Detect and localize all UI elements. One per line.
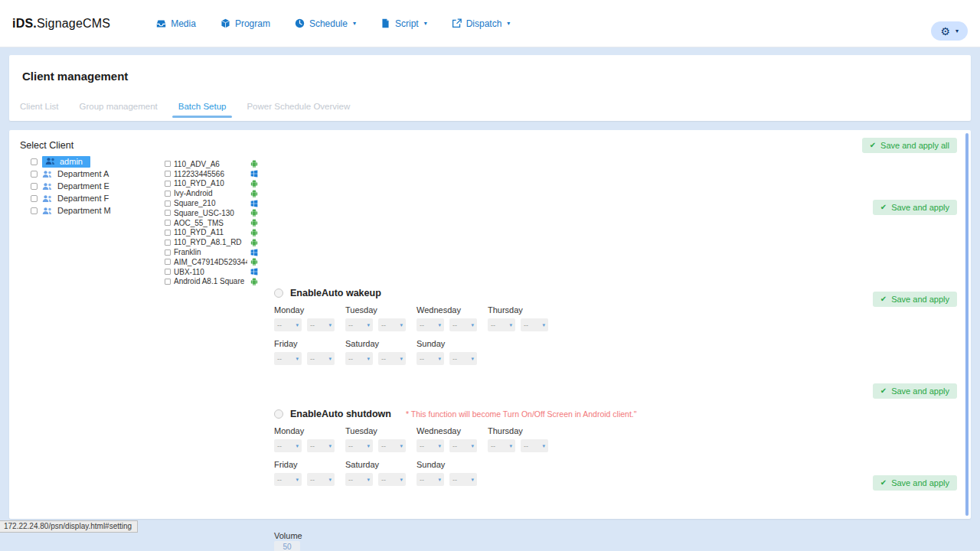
tree-item-checkbox[interactable] xyxy=(31,207,38,214)
windows-icon xyxy=(250,249,258,256)
save-and-apply-all-button[interactable]: ✔Save and apply all xyxy=(862,138,957,153)
client-checkbox[interactable] xyxy=(165,210,171,216)
tree-item-checkbox[interactable] xyxy=(31,171,38,178)
nav-item-schedule[interactable]: Schedule ▾ xyxy=(295,18,356,29)
shutdown-saturday-hour-select[interactable]: -- ▾ xyxy=(345,473,373,486)
external-link-icon xyxy=(452,18,462,28)
client-row-110-adv-a6[interactable]: 110_ADV_A6 xyxy=(165,159,258,169)
client-row-110-ryd-a8-1-rd[interactable]: 110_RYD_A8.1_RD xyxy=(165,237,258,247)
tree-item-department-e[interactable]: Department E xyxy=(31,181,111,191)
client-checkbox[interactable] xyxy=(165,259,171,265)
chevron-down-icon: ▾ xyxy=(400,477,403,483)
tree-item-department-m[interactable]: Department M xyxy=(31,206,111,215)
shutdown-thursday-hour-select[interactable]: -- ▾ xyxy=(488,439,515,452)
shutdown-sunday-hour-select[interactable]: -- ▾ xyxy=(416,473,444,486)
chevron-down-icon: ▾ xyxy=(956,28,959,34)
check-icon: ✔ xyxy=(880,204,887,211)
client-row-110-ryd-a10[interactable]: 110_RYD_A10 xyxy=(165,179,258,189)
client-row-square-210[interactable]: Square_210 xyxy=(165,198,258,208)
client-row-112233445566[interactable]: 112233445566 xyxy=(165,169,258,179)
wakeup-tuesday-minute-select[interactable]: -- ▾ xyxy=(378,318,406,331)
wakeup-saturday-hour-select[interactable]: -- ▾ xyxy=(345,352,373,365)
client-row-aim-c47914d52934412a[interactable]: AIM_C47914D52934412A xyxy=(165,257,258,267)
shutdown-monday-minute-select[interactable]: -- ▾ xyxy=(307,439,335,452)
wakeup-friday-hour-select[interactable]: -- ▾ xyxy=(274,352,302,365)
users-icon xyxy=(45,157,56,165)
wakeup-sunday-hour-select[interactable]: -- ▾ xyxy=(416,352,444,365)
wakeup-friday-minute-select[interactable]: -- ▾ xyxy=(307,352,335,365)
wakeup-thursday-minute-select[interactable]: -- ▾ xyxy=(521,318,548,331)
wakeup-monday-hour-select[interactable]: -- ▾ xyxy=(274,318,302,331)
tab-group-management[interactable]: Group management xyxy=(80,102,158,121)
chevron-down-icon: ▾ xyxy=(509,443,512,449)
client-checkbox[interactable] xyxy=(165,279,171,285)
shutdown-monday-hour-select[interactable]: -- ▾ xyxy=(274,439,302,452)
client-checkbox[interactable] xyxy=(165,171,171,177)
save-and-apply-button-3[interactable]: ✔Save and apply xyxy=(873,383,957,399)
vertical-scrollbar[interactable] xyxy=(965,133,969,516)
tree-item-checkbox[interactable] xyxy=(31,183,38,190)
auto-shutdown-toggle[interactable] xyxy=(274,409,283,419)
save-and-apply-button-4[interactable]: ✔Save and apply xyxy=(873,475,957,491)
batch-setup-panel: Select Client admin Department A Departm… xyxy=(9,130,971,519)
client-checkbox[interactable] xyxy=(165,230,171,236)
tree-item-department-f[interactable]: Department F xyxy=(31,194,111,203)
client-row-aoc-55-tms[interactable]: AOC_55_TMS xyxy=(165,218,258,228)
tab-client-list[interactable]: Client List xyxy=(20,102,59,121)
chevron-down-icon: ▾ xyxy=(400,356,403,362)
shutdown-thursday-minute-select[interactable]: -- ▾ xyxy=(521,439,548,452)
shutdown-saturday-minute-select[interactable]: -- ▾ xyxy=(378,473,406,486)
shutdown-friday-minute-select[interactable]: -- ▾ xyxy=(307,473,335,486)
client-checkbox[interactable] xyxy=(165,240,171,246)
wakeup-wednesday-hour-select[interactable]: -- ▾ xyxy=(416,318,444,331)
nav-item-media[interactable]: Media xyxy=(156,18,196,29)
client-checkbox[interactable] xyxy=(165,181,171,187)
tab-power-schedule-overview[interactable]: Power Schedule Overview xyxy=(247,102,350,121)
nav-item-script[interactable]: Script ▾ xyxy=(381,18,427,29)
shutdown-sunday-minute-select[interactable]: -- ▾ xyxy=(449,473,477,486)
shutdown-tuesday-minute-select[interactable]: -- ▾ xyxy=(378,439,406,452)
shutdown-wednesday-minute-select[interactable]: -- ▾ xyxy=(449,439,477,452)
shutdown-friday-hour-select[interactable]: -- ▾ xyxy=(274,473,302,486)
wakeup-day-grid: Monday -- ▾ -- ▾ Tuesday -- ▾ -- ▾ xyxy=(274,305,559,365)
client-checkbox[interactable] xyxy=(165,201,171,207)
auto-wakeup-toggle[interactable] xyxy=(274,289,283,298)
wakeup-wednesday-minute-select[interactable]: -- ▾ xyxy=(449,318,477,331)
day-label: Monday xyxy=(274,426,345,435)
client-row-square-usc-130[interactable]: Square_USC-130 xyxy=(165,208,258,218)
day-label: Sunday xyxy=(416,460,488,469)
client-row-ivy-android[interactable]: Ivy-Android xyxy=(165,188,258,198)
client-checkbox[interactable] xyxy=(165,161,171,167)
save-and-apply-button-1[interactable]: ✔Save and apply xyxy=(873,200,957,215)
wakeup-sunday-minute-select[interactable]: -- ▾ xyxy=(449,352,477,365)
client-row-110-ryd-a11[interactable]: 110_RYD_A11 xyxy=(165,228,258,238)
selected-highlight[interactable]: admin xyxy=(42,156,90,168)
check-icon: ✔ xyxy=(880,387,887,395)
save-and-apply-button-2[interactable]: ✔Save and apply xyxy=(873,292,957,307)
tree-item-admin[interactable]: admin xyxy=(31,157,111,166)
shutdown-tuesday-hour-select[interactable]: -- ▾ xyxy=(345,439,373,452)
nav-item-dispatch[interactable]: Dispatch ▾ xyxy=(452,18,511,29)
auto-wakeup-label: EnableAuto wakeup xyxy=(290,288,381,298)
wakeup-monday-minute-select[interactable]: -- ▾ xyxy=(307,318,335,331)
client-row-ubx-110[interactable]: UBX-110 xyxy=(165,267,258,277)
client-checkbox[interactable] xyxy=(165,191,171,197)
tab-batch-setup[interactable]: Batch Setup xyxy=(178,102,227,121)
client-row-android-a8-1-square[interactable]: Android A8.1 Square xyxy=(165,277,258,287)
settings-menu-button[interactable]: ⚙ ▾ xyxy=(931,21,968,41)
tree-item-checkbox[interactable] xyxy=(31,158,38,165)
client-checkbox[interactable] xyxy=(165,249,171,256)
client-row-franklin[interactable]: Franklin xyxy=(165,247,258,257)
chevron-down-icon: ▾ xyxy=(542,322,545,328)
wakeup-tuesday-hour-select[interactable]: -- ▾ xyxy=(345,318,373,331)
client-checkbox[interactable] xyxy=(165,220,171,226)
day-label: Tuesday xyxy=(345,426,416,435)
tree-item-checkbox[interactable] xyxy=(31,195,38,202)
wakeup-thursday-hour-select[interactable]: -- ▾ xyxy=(488,318,515,331)
tree-item-department-a[interactable]: Department A xyxy=(31,169,111,178)
wakeup-saturday-minute-select[interactable]: -- ▾ xyxy=(378,352,406,365)
client-name: 110_RYD_A10 xyxy=(174,179,224,187)
shutdown-wednesday-hour-select[interactable]: -- ▾ xyxy=(416,439,444,452)
client-checkbox[interactable] xyxy=(165,269,171,275)
nav-item-program[interactable]: Program xyxy=(220,18,270,29)
